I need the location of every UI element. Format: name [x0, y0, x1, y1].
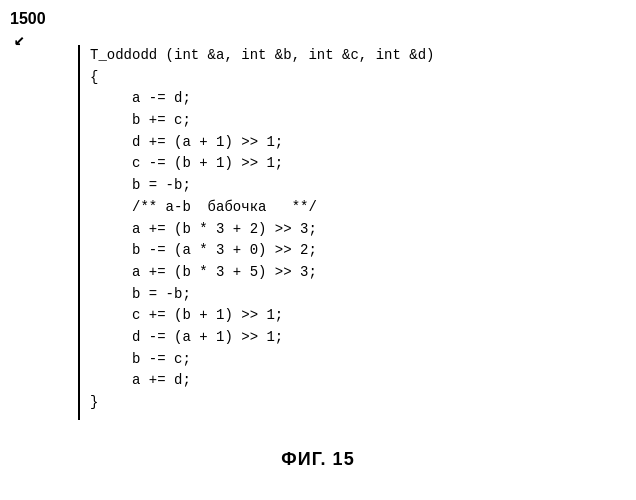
page-container: 1500 ↙ T_oddodd (int &a, int &b, int &c,…: [0, 0, 636, 500]
figure-number: 1500: [10, 10, 46, 28]
caption-area: ФИГ. 15: [0, 449, 636, 470]
code-content: T_oddodd (int &a, int &b, int &c, int &d…: [80, 45, 616, 414]
arrow-indicator: ↙: [14, 28, 25, 50]
caption-text: ФИГ. 15: [281, 449, 354, 469]
code-block: T_oddodd (int &a, int &b, int &c, int &d…: [80, 45, 616, 414]
